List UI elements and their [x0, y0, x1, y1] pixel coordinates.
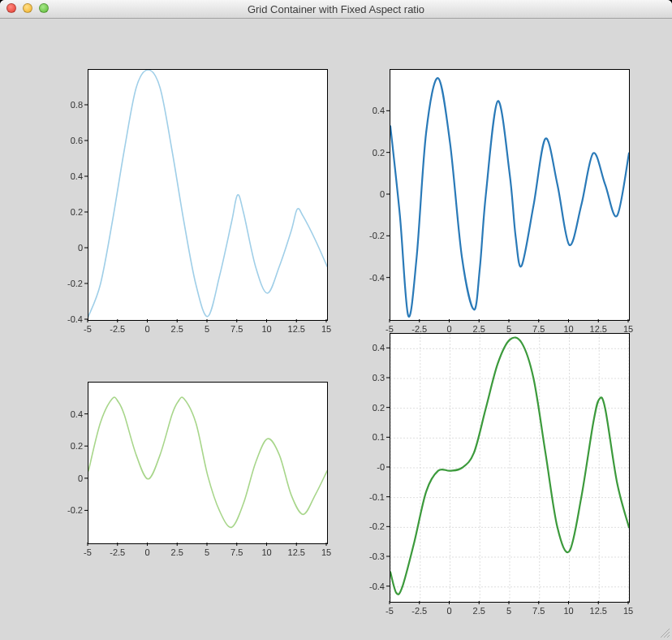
minimize-icon[interactable]: [23, 3, 32, 13]
svg-text:-0.1: -0.1: [369, 492, 385, 502]
svg-text:0: 0: [144, 547, 149, 557]
svg-text:0: 0: [78, 243, 83, 253]
svg-text:0: 0: [144, 324, 149, 334]
window-title: Grid Container with Fixed Aspect ratio: [248, 3, 424, 15]
plot-container: -0.4-0.200.20.40.60.8-5-2.502.557.51012.…: [0, 19, 672, 640]
svg-text:12.5: 12.5: [288, 324, 305, 334]
svg-text:15: 15: [623, 606, 633, 616]
svg-text:-0.3: -0.3: [369, 551, 385, 561]
svg-text:10: 10: [261, 324, 271, 334]
svg-text:10: 10: [261, 547, 271, 557]
svg-text:12.5: 12.5: [590, 606, 607, 616]
svg-text:0: 0: [446, 606, 451, 616]
svg-text:-2.5: -2.5: [110, 547, 125, 557]
svg-text:0.6: 0.6: [71, 136, 83, 145]
svg-text:7.5: 7.5: [532, 606, 545, 616]
plot-0-svg: [88, 70, 327, 320]
svg-text:0.2: 0.2: [71, 441, 83, 451]
window-controls: [6, 3, 49, 13]
svg-text:-5: -5: [84, 324, 92, 334]
svg-text:-5: -5: [84, 547, 92, 557]
plot-0: [88, 69, 328, 321]
svg-text:-0.2: -0.2: [369, 231, 385, 240]
svg-line-141: [664, 632, 670, 638]
svg-text:2.5: 2.5: [171, 547, 183, 557]
svg-text:15: 15: [321, 547, 331, 557]
svg-text:0.4: 0.4: [71, 171, 83, 181]
svg-text:0.2: 0.2: [373, 148, 385, 158]
svg-text:10: 10: [563, 606, 573, 616]
svg-text:0.2: 0.2: [373, 403, 385, 413]
plot-3-svg: [390, 334, 629, 602]
svg-text:5: 5: [205, 547, 209, 557]
svg-text:-0.4: -0.4: [369, 273, 385, 283]
svg-text:-0.4: -0.4: [67, 314, 83, 324]
svg-text:-0.2: -0.2: [67, 505, 83, 515]
plot-1: [390, 69, 630, 321]
svg-text:7.5: 7.5: [230, 547, 243, 557]
svg-text:0.4: 0.4: [71, 409, 83, 419]
svg-text:-5: -5: [386, 606, 394, 616]
plot-2: [88, 382, 328, 544]
svg-text:0.2: 0.2: [71, 207, 83, 217]
svg-text:-2.5: -2.5: [110, 324, 125, 334]
svg-text:5: 5: [506, 606, 511, 616]
plot-2-svg: [88, 383, 327, 543]
svg-text:-0.2: -0.2: [67, 279, 83, 288]
svg-text:15: 15: [321, 324, 331, 334]
svg-line-142: [667, 635, 670, 638]
svg-text:0: 0: [380, 189, 385, 199]
svg-text:2.5: 2.5: [171, 324, 183, 334]
svg-text:0.1: 0.1: [373, 432, 385, 442]
plot-3: [390, 333, 630, 603]
app-window: Grid Container with Fixed Aspect ratio -…: [0, 0, 672, 640]
svg-text:12.5: 12.5: [288, 547, 305, 557]
svg-text:-2.5: -2.5: [411, 606, 427, 616]
svg-text:0: 0: [78, 474, 83, 483]
plot-1-svg: [390, 70, 629, 320]
zoom-icon[interactable]: [39, 3, 49, 13]
svg-text:2.5: 2.5: [473, 606, 485, 616]
svg-text:0.4: 0.4: [373, 106, 385, 115]
svg-text:-0: -0: [377, 462, 385, 472]
svg-text:0.3: 0.3: [373, 373, 385, 383]
svg-text:0.8: 0.8: [71, 100, 83, 110]
svg-text:-0.4: -0.4: [369, 582, 385, 591]
titlebar[interactable]: Grid Container with Fixed Aspect ratio: [0, 0, 672, 19]
close-icon[interactable]: [6, 3, 16, 13]
svg-text:0.4: 0.4: [373, 343, 385, 352]
svg-text:5: 5: [205, 324, 209, 334]
svg-text:-0.2: -0.2: [369, 521, 385, 531]
svg-text:7.5: 7.5: [230, 324, 243, 334]
resize-grip-icon[interactable]: [659, 627, 670, 638]
